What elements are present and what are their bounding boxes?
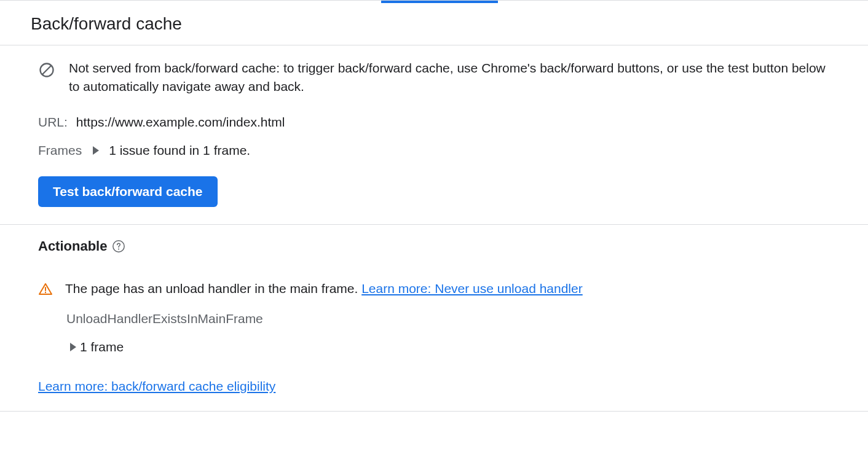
url-label: URL: [38,115,68,130]
actionable-section: Actionable The page has an unload handle… [0,225,868,411]
svg-point-3 [118,248,119,249]
issue-reason-code: UnloadHandlerExistsInMainFrame [66,311,837,326]
expand-arrow-icon [93,146,99,155]
bfcache-eligibility-link[interactable]: Learn more: back/forward cache eligibili… [38,379,275,393]
page-title: Back/forward cache [31,14,837,34]
frames-row[interactable]: Frames 1 issue found in 1 frame. [38,143,837,158]
issue-row: The page has an unload handler in the ma… [38,281,837,297]
help-icon[interactable] [112,240,125,253]
frames-summary: 1 issue found in 1 frame. [109,143,250,158]
eligibility-link-row: Learn more: back/forward cache eligibili… [38,379,837,394]
expand-arrow-icon [70,343,76,351]
actionable-title: Actionable [38,238,107,254]
bfcache-status-section: Not served from back/forward cache: to t… [0,45,868,225]
svg-line-1 [42,66,51,74]
issue-frame-count: 1 frame [80,340,124,354]
actionable-heading: Actionable [38,238,837,254]
active-tab-indicator [0,1,868,3]
status-info-row: Not served from back/forward cache: to t… [38,59,837,96]
url-value: https://www.example.com/index.html [76,115,285,130]
svg-point-5 [45,292,46,293]
frames-label: Frames [38,143,82,158]
test-bfcache-button[interactable]: Test back/forward cache [38,176,218,207]
issue-frame-row[interactable]: 1 frame [68,340,837,354]
issue-description: The page has an unload handler in the ma… [65,281,361,295]
warning-icon [38,282,53,297]
panel-header: Back/forward cache [0,3,868,45]
block-icon [38,61,55,79]
status-message: Not served from back/forward cache: to t… [69,59,837,96]
issue-text: The page has an unload handler in the ma… [65,281,583,296]
issue-learn-more-link[interactable]: Learn more: Never use unload handler [361,281,583,295]
url-row: URL: https://www.example.com/index.html [38,115,837,130]
